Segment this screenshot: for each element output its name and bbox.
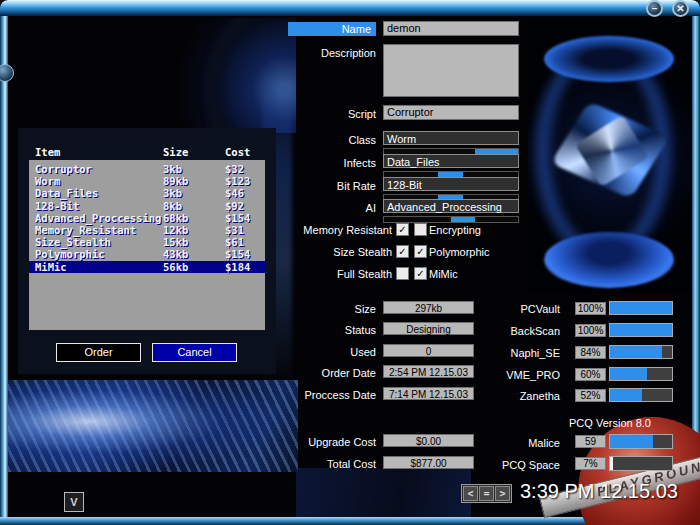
full-stealth-checkbox[interactable] bbox=[396, 267, 409, 280]
polymorphic-checkbox[interactable] bbox=[414, 245, 427, 258]
part-row[interactable]: Worm89kb$123 bbox=[29, 175, 265, 187]
encrypting-checkbox[interactable] bbox=[414, 223, 427, 236]
part-cost: $61 bbox=[225, 236, 265, 248]
part-item: Size_Stealth bbox=[35, 236, 163, 248]
vme-pro-bar bbox=[609, 367, 673, 381]
bitrate-value-field[interactable]: 128-Bit bbox=[383, 177, 519, 191]
bitrate-label: Bit Rate bbox=[287, 180, 376, 193]
memory-resistant-label: Memory Resistant bbox=[287, 224, 392, 237]
nav-forward-button[interactable]: > bbox=[495, 486, 510, 501]
class-value-field[interactable]: Worm bbox=[383, 131, 519, 145]
pcq-space-bar bbox=[609, 456, 673, 471]
close-button[interactable]: ✕ bbox=[672, 0, 689, 17]
part-cost: $154 bbox=[225, 212, 265, 224]
minimize-button[interactable]: – bbox=[646, 0, 663, 17]
part-item: Data_Files bbox=[35, 187, 163, 199]
used-label: Used bbox=[277, 346, 376, 359]
status-label: Status bbox=[277, 324, 376, 337]
pcvault-bar-fill bbox=[610, 302, 672, 314]
script-input[interactable]: Corruptor bbox=[383, 105, 519, 120]
total-cost-value: $877.00 bbox=[383, 456, 474, 469]
part-item: Memory_Resistant bbox=[35, 224, 163, 236]
pcq-space-label: PCQ Space bbox=[465, 459, 560, 472]
parts-table-header: Item Size Cost bbox=[29, 146, 265, 159]
part-size: 3kb bbox=[163, 187, 225, 199]
zanetha-label: Zanetha bbox=[465, 390, 560, 403]
script-label: Script bbox=[287, 108, 376, 121]
vme-pro-label: VME_PRO bbox=[465, 369, 560, 382]
malice-bar-fill bbox=[610, 435, 653, 448]
description-textarea[interactable] bbox=[383, 44, 519, 97]
part-cost: $31 bbox=[225, 224, 265, 236]
backscan-label: BackScan bbox=[465, 325, 560, 338]
used-value: 0 bbox=[383, 344, 474, 357]
part-row[interactable]: Corruptor3kb$32 bbox=[29, 163, 265, 175]
v-button[interactable]: V bbox=[64, 492, 84, 512]
size-label: Size bbox=[277, 303, 376, 316]
minimize-icon: – bbox=[652, 3, 658, 14]
size-stealth-label: Size Stealth bbox=[287, 246, 392, 259]
naphi-se-percent: 84% bbox=[575, 346, 606, 359]
nav-back-button[interactable]: < bbox=[463, 486, 478, 501]
part-row[interactable]: Size_Stealth15kb$61 bbox=[29, 236, 265, 248]
upgrade-cost-label: Upgrade Cost bbox=[277, 436, 376, 449]
nav-button-group: < = > bbox=[461, 484, 512, 503]
capsule-top-ellipse bbox=[544, 36, 674, 82]
malice-bar bbox=[609, 434, 673, 449]
backscan-bar-fill bbox=[610, 324, 672, 336]
part-row-selected[interactable]: MiMic56kb$184 bbox=[29, 261, 265, 273]
pcq-version-text: PCQ Version 8.0 bbox=[545, 417, 675, 430]
ai-slider[interactable] bbox=[383, 216, 519, 223]
order-button[interactable]: Order bbox=[56, 343, 141, 362]
cancel-button[interactable]: Cancel bbox=[152, 343, 237, 362]
column-header-item: Item bbox=[35, 146, 163, 159]
polymorphic-label: Polymorphic bbox=[429, 246, 519, 259]
part-size: 8kb bbox=[163, 200, 225, 212]
pcq-space-value: 7% bbox=[575, 457, 606, 470]
name-label: Name bbox=[288, 22, 376, 36]
part-row[interactable]: Advanced_Proccessing68kb$154 bbox=[29, 212, 265, 224]
backscan-percent: 100% bbox=[575, 324, 606, 337]
part-row[interactable]: Memory_Resistant12kb$31 bbox=[29, 224, 265, 236]
part-item: MiMic bbox=[35, 261, 163, 273]
order-date-label: Order Date bbox=[277, 367, 376, 380]
titlebar[interactable]: – ✕ bbox=[0, 0, 700, 16]
ai-value-field[interactable]: Advanced_Proccessing bbox=[383, 199, 519, 213]
pcq-space-bar-fill bbox=[610, 457, 613, 470]
nav-home-button[interactable]: = bbox=[479, 486, 494, 501]
naphi-se-label: Naphi_SE bbox=[465, 347, 560, 360]
naphi-se-bar-fill bbox=[610, 346, 662, 358]
part-size: 43kb bbox=[163, 248, 225, 260]
parts-list[interactable]: Corruptor3kb$32 Worm89kb$123 Data_Files3… bbox=[29, 160, 265, 330]
part-cost: $92 bbox=[225, 200, 265, 212]
memory-resistant-checkbox[interactable] bbox=[396, 223, 409, 236]
infects-value-field[interactable]: Data_Files bbox=[383, 154, 519, 168]
part-row[interactable]: 128-Bit8kb$92 bbox=[29, 200, 265, 212]
window-frame-left bbox=[0, 16, 8, 517]
part-cost: $154 bbox=[225, 248, 265, 260]
part-row[interactable]: Data_Files3kb$46 bbox=[29, 187, 265, 199]
size-stealth-checkbox[interactable] bbox=[396, 245, 409, 258]
total-cost-label: Total Cost bbox=[277, 458, 376, 471]
ai-slider-handle[interactable] bbox=[451, 217, 475, 222]
vme-pro-bar-fill bbox=[610, 368, 647, 380]
part-size: 68kb bbox=[163, 212, 225, 224]
vme-pro-percent: 60% bbox=[575, 368, 606, 381]
pcvault-label: PCVault bbox=[465, 303, 560, 316]
zanetha-bar-fill bbox=[610, 389, 642, 401]
part-item: 128-Bit bbox=[35, 200, 163, 212]
virus-capsule-panel bbox=[528, 22, 692, 293]
capsule-bottom-ellipse bbox=[544, 232, 674, 288]
part-size: 89kb bbox=[163, 175, 225, 187]
mimic-checkbox[interactable] bbox=[414, 267, 427, 280]
name-input[interactable]: demon bbox=[383, 21, 519, 36]
part-cost: $32 bbox=[225, 163, 265, 175]
part-cost: $46 bbox=[225, 187, 265, 199]
part-size: 3kb bbox=[163, 163, 225, 175]
full-stealth-label: Full Stealth bbox=[287, 268, 392, 281]
backscan-bar bbox=[609, 323, 673, 337]
part-row[interactable]: Polymorphic43kb$154 bbox=[29, 248, 265, 260]
part-size: 15kb bbox=[163, 236, 225, 248]
encrypting-label: Encrypting bbox=[429, 224, 519, 237]
part-item: Corruptor bbox=[35, 163, 163, 175]
